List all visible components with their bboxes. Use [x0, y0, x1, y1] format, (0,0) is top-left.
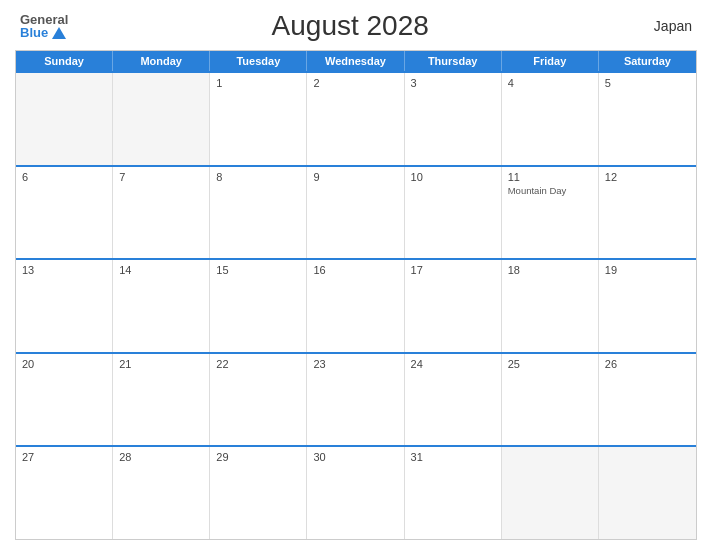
weeks-container: 1234567891011Mountain Day121314151617181…: [16, 71, 696, 539]
day-cell: 14: [113, 260, 210, 352]
day-number: 10: [411, 171, 495, 183]
day-cell: [502, 447, 599, 539]
week-row-3: 13141516171819: [16, 258, 696, 352]
day-number: 6: [22, 171, 106, 183]
day-number: 16: [313, 264, 397, 276]
day-cell: 7: [113, 167, 210, 259]
day-number: 22: [216, 358, 300, 370]
day-number: 19: [605, 264, 690, 276]
header: General Blue August 2028 Japan: [15, 10, 697, 42]
day-number: 14: [119, 264, 203, 276]
day-cell: 22: [210, 354, 307, 446]
day-number: 1: [216, 77, 300, 89]
day-header-tuesday: Tuesday: [210, 51, 307, 71]
day-number: 13: [22, 264, 106, 276]
week-row-5: 2728293031: [16, 445, 696, 539]
day-header-friday: Friday: [502, 51, 599, 71]
day-cell: 13: [16, 260, 113, 352]
day-cell: 3: [405, 73, 502, 165]
day-cell: 2: [307, 73, 404, 165]
logo-blue-text: Blue: [20, 26, 48, 39]
day-number: 26: [605, 358, 690, 370]
day-cell: 25: [502, 354, 599, 446]
week-row-4: 20212223242526: [16, 352, 696, 446]
day-header-thursday: Thursday: [405, 51, 502, 71]
day-cell: 1: [210, 73, 307, 165]
day-headers-row: SundayMondayTuesdayWednesdayThursdayFrid…: [16, 51, 696, 71]
logo: General Blue: [20, 13, 68, 39]
day-number: 29: [216, 451, 300, 463]
calendar: SundayMondayTuesdayWednesdayThursdayFrid…: [15, 50, 697, 540]
day-cell: 10: [405, 167, 502, 259]
day-number: 4: [508, 77, 592, 89]
day-number: 11: [508, 171, 592, 183]
day-cell: 27: [16, 447, 113, 539]
day-cell: 11Mountain Day: [502, 167, 599, 259]
day-cell: 8: [210, 167, 307, 259]
day-number: 28: [119, 451, 203, 463]
day-cell: 15: [210, 260, 307, 352]
country-label: Japan: [632, 18, 692, 34]
week-row-2: 67891011Mountain Day12: [16, 165, 696, 259]
day-cell: [16, 73, 113, 165]
day-cell: 23: [307, 354, 404, 446]
day-cell: 19: [599, 260, 696, 352]
day-cell: 4: [502, 73, 599, 165]
day-number: 21: [119, 358, 203, 370]
day-cell: 12: [599, 167, 696, 259]
holiday-name: Mountain Day: [508, 185, 592, 196]
day-number: 30: [313, 451, 397, 463]
day-cell: 28: [113, 447, 210, 539]
day-number: 17: [411, 264, 495, 276]
day-number: 9: [313, 171, 397, 183]
day-header-sunday: Sunday: [16, 51, 113, 71]
day-number: 24: [411, 358, 495, 370]
day-cell: 26: [599, 354, 696, 446]
day-number: 15: [216, 264, 300, 276]
day-header-saturday: Saturday: [599, 51, 696, 71]
day-number: 23: [313, 358, 397, 370]
logo-triangle-icon: [52, 27, 66, 39]
day-header-monday: Monday: [113, 51, 210, 71]
day-cell: 9: [307, 167, 404, 259]
day-cell: 24: [405, 354, 502, 446]
day-number: 18: [508, 264, 592, 276]
day-number: 2: [313, 77, 397, 89]
day-cell: 6: [16, 167, 113, 259]
day-cell: 29: [210, 447, 307, 539]
day-number: 20: [22, 358, 106, 370]
day-number: 25: [508, 358, 592, 370]
day-cell: 31: [405, 447, 502, 539]
calendar-title: August 2028: [68, 10, 632, 42]
day-cell: 17: [405, 260, 502, 352]
day-number: 27: [22, 451, 106, 463]
day-cell: 5: [599, 73, 696, 165]
week-row-1: 12345: [16, 71, 696, 165]
day-header-wednesday: Wednesday: [307, 51, 404, 71]
page: General Blue August 2028 Japan SundayMon…: [0, 0, 712, 550]
day-number: 7: [119, 171, 203, 183]
day-number: 31: [411, 451, 495, 463]
day-cell: 30: [307, 447, 404, 539]
day-cell: 18: [502, 260, 599, 352]
day-cell: [113, 73, 210, 165]
day-number: 5: [605, 77, 690, 89]
day-number: 3: [411, 77, 495, 89]
day-number: 12: [605, 171, 690, 183]
day-number: 8: [216, 171, 300, 183]
day-cell: 16: [307, 260, 404, 352]
day-cell: 21: [113, 354, 210, 446]
day-cell: [599, 447, 696, 539]
day-cell: 20: [16, 354, 113, 446]
